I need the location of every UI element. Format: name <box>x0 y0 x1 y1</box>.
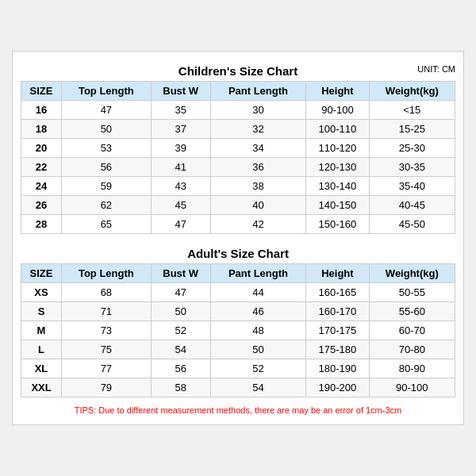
table-cell: 110-120 <box>306 139 369 158</box>
table-cell: 71 <box>62 302 152 321</box>
table-cell: 160-170 <box>306 302 369 321</box>
table-cell: 39 <box>151 139 210 158</box>
table-cell: 54 <box>210 378 306 397</box>
table-cell: 90-100 <box>369 378 455 397</box>
children-table: SIZE Top Length Bust W Pant Length Heigh… <box>21 81 455 234</box>
table-cell: 47 <box>151 283 210 302</box>
adult-header-row: SIZE Top Length Bust W Pant Length Heigh… <box>21 264 455 283</box>
table-cell: 120-130 <box>306 158 369 177</box>
table-cell: 175-180 <box>306 340 369 359</box>
table-cell: 16 <box>21 101 62 120</box>
table-cell: 26 <box>21 196 62 215</box>
children-col-pant: Pant Length <box>210 82 306 101</box>
table-cell: XL <box>21 359 62 378</box>
chart-container: Children's Size Chart UNIT: CM SIZE Top … <box>12 51 464 425</box>
table-cell: 40-45 <box>369 196 455 215</box>
table-cell: <15 <box>369 101 455 120</box>
table-cell: 70-80 <box>369 340 455 359</box>
table-cell: 34 <box>210 139 306 158</box>
table-cell: 47 <box>62 101 152 120</box>
children-header-row: SIZE Top Length Bust W Pant Length Heigh… <box>21 82 455 101</box>
table-cell: 65 <box>62 215 152 234</box>
table-cell: 50-55 <box>369 283 455 302</box>
table-cell: L <box>21 340 62 359</box>
table-cell: 25-30 <box>369 139 455 158</box>
adult-table: SIZE Top Length Bust W Pant Length Heigh… <box>21 263 455 397</box>
table-cell: 48 <box>210 321 306 340</box>
table-cell: XXL <box>21 378 62 397</box>
adult-title-text: Adult's Size Chart <box>187 247 289 260</box>
table-cell: 140-150 <box>306 196 369 215</box>
table-cell: 46 <box>210 302 306 321</box>
table-row: 20533934110-12025-30 <box>21 139 455 158</box>
adult-col-top-length: Top Length <box>62 264 152 283</box>
table-cell: 90-100 <box>306 101 369 120</box>
table-row: 18503732100-11015-25 <box>21 120 455 139</box>
table-cell: 30-35 <box>369 158 455 177</box>
table-cell: 50 <box>62 120 152 139</box>
table-row: L755450175-18070-80 <box>21 340 455 359</box>
table-cell: 36 <box>210 158 306 177</box>
table-cell: 38 <box>210 177 306 196</box>
adult-col-height: Height <box>306 264 369 283</box>
table-cell: 52 <box>151 321 210 340</box>
adult-col-weight: Weight(kg) <box>369 264 455 283</box>
table-row: 22564136120-13030-35 <box>21 158 455 177</box>
table-cell: 41 <box>151 158 210 177</box>
table-cell: 100-110 <box>306 120 369 139</box>
table-cell: 47 <box>151 215 210 234</box>
children-col-weight: Weight(kg) <box>369 82 455 101</box>
table-cell: 42 <box>210 215 306 234</box>
table-cell: 56 <box>62 158 152 177</box>
table-cell: 45-50 <box>369 215 455 234</box>
table-cell: 22 <box>21 158 62 177</box>
table-row: XL775652180-19080-90 <box>21 359 455 378</box>
table-row: S715046160-17055-60 <box>21 302 455 321</box>
table-cell: 24 <box>21 177 62 196</box>
table-cell: 190-200 <box>306 378 369 397</box>
table-cell: 53 <box>62 139 152 158</box>
children-col-size: SIZE <box>21 82 62 101</box>
table-cell: 55-60 <box>369 302 455 321</box>
table-cell: 35 <box>151 101 210 120</box>
table-cell: 56 <box>151 359 210 378</box>
adult-col-bust: Bust W <box>151 264 210 283</box>
table-cell: 44 <box>210 283 306 302</box>
table-cell: 160-165 <box>306 283 369 302</box>
children-col-bust: Bust W <box>151 82 210 101</box>
tips-text: TIPS: Due to different measurement metho… <box>21 404 455 416</box>
table-cell: 50 <box>210 340 306 359</box>
table-cell: 130-140 <box>306 177 369 196</box>
table-cell: S <box>21 302 62 321</box>
adult-col-size: SIZE <box>21 264 62 283</box>
table-row: 28654742150-16045-50 <box>21 215 455 234</box>
table-cell: 150-160 <box>306 215 369 234</box>
table-row: XS684744160-16550-55 <box>21 283 455 302</box>
table-cell: 79 <box>62 378 152 397</box>
table-cell: 80-90 <box>369 359 455 378</box>
table-cell: 60-70 <box>369 321 455 340</box>
adult-section: Adult's Size Chart SIZE Top Length Bust … <box>21 242 455 397</box>
table-row: 1647353090-100<15 <box>21 101 455 120</box>
table-cell: 59 <box>62 177 152 196</box>
table-cell: 75 <box>62 340 152 359</box>
table-cell: 20 <box>21 139 62 158</box>
table-cell: 73 <box>62 321 152 340</box>
table-cell: 32 <box>210 120 306 139</box>
children-col-top-length: Top Length <box>62 82 152 101</box>
adult-title: Adult's Size Chart <box>21 242 455 263</box>
table-cell: 180-190 <box>306 359 369 378</box>
table-cell: 54 <box>151 340 210 359</box>
table-cell: 35-40 <box>369 177 455 196</box>
table-row: M735248170-17560-70 <box>21 321 455 340</box>
table-cell: 170-175 <box>306 321 369 340</box>
children-title: Children's Size Chart UNIT: CM <box>21 60 455 81</box>
table-cell: 18 <box>21 120 62 139</box>
table-cell: 28 <box>21 215 62 234</box>
table-cell: XS <box>21 283 62 302</box>
table-cell: 77 <box>62 359 152 378</box>
table-row: XXL795854190-20090-100 <box>21 378 455 397</box>
table-cell: 68 <box>62 283 152 302</box>
table-cell: 62 <box>62 196 152 215</box>
table-cell: 43 <box>151 177 210 196</box>
